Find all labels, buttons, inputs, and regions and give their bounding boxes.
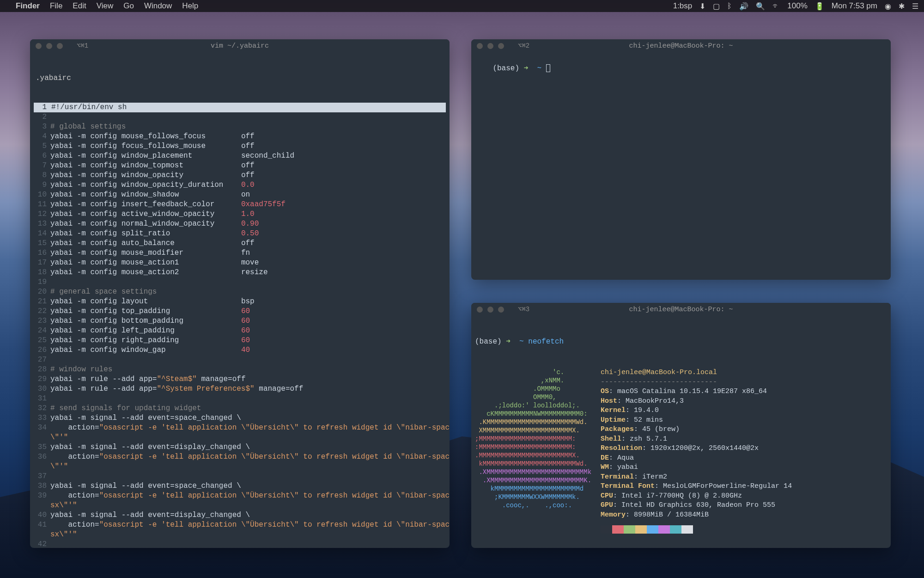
code-line: 5yabai -m config focus_follows_mouse off: [34, 141, 446, 151]
code-line: 4yabai -m config mouse_follows_focus off: [34, 132, 446, 141]
code-line: 6yabai -m config window_placement second…: [34, 151, 446, 161]
code-line: 17yabai -m config mouse_action1 move: [34, 258, 446, 268]
code-line: 27: [34, 355, 446, 365]
cursor-icon: [546, 64, 550, 72]
code-line: 35yabai -m signal --add event=display_ch…: [34, 443, 446, 452]
terminal-window-2[interactable]: ⌥⌘2 chi-jenlee@MacBook-Pro: ~ (base) ➜ ~: [471, 39, 891, 280]
shell-prompt: (base) ➜ ~: [475, 338, 528, 346]
code-line: \"'": [34, 462, 446, 472]
code-line: 21yabai -m config layout bsp: [34, 297, 446, 307]
code-line: 42: [34, 540, 446, 548]
code-line: 26yabai -m config window_gap 40: [34, 345, 446, 355]
minimize-icon[interactable]: [487, 307, 493, 313]
shell-prompt: (base) ➜ ~: [492, 64, 546, 73]
code-line: 8yabai -m config window_opacity off: [34, 171, 446, 180]
spotlight-icon[interactable]: 🔍: [756, 2, 765, 11]
terminal-window-3[interactable]: ⌥⌘3 chi-jenlee@MacBook-Pro: ~ (base) ➜ ~…: [471, 303, 891, 548]
code-line: 15yabai -m config auto_balance off: [34, 239, 446, 248]
window-title: chi-jenlee@MacBook-Pro: ~: [629, 305, 733, 314]
minimize-icon[interactable]: [46, 43, 52, 49]
code-line: 31: [34, 394, 446, 404]
code-line: sx\"'": [34, 530, 446, 540]
vim-buffer-name: .yabairc: [34, 74, 446, 83]
terminal-header[interactable]: ⌥⌘1 vim ~/.yabairc: [30, 39, 450, 52]
code-line: 41 action="osascript -e 'tell applicatio…: [34, 520, 446, 530]
code-line: 19: [34, 277, 446, 287]
code-line: 13yabai -m config normal_window_opacity …: [34, 219, 446, 229]
code-line: 1#!/usr/bin/env sh: [34, 103, 446, 112]
menu-view[interactable]: View: [97, 1, 114, 11]
neofetch-ascii-logo: 'c. ,xNMM. .OMMMMo OMMM0, .;loddo:' lool…: [475, 368, 591, 537]
close-icon[interactable]: [36, 43, 42, 49]
code-line: 10yabai -m config window_shadow on: [34, 190, 446, 200]
battery-percent[interactable]: 100%: [787, 1, 807, 11]
code-line: 29yabai -m rule --add app="^Steam$" mana…: [34, 375, 446, 384]
zoom-icon[interactable]: [57, 43, 63, 49]
terminal-window-1[interactable]: ⌥⌘1 vim ~/.yabairc .yabairc 1#!/usr/bin/…: [30, 39, 450, 548]
terminal-header[interactable]: ⌥⌘3 chi-jenlee@MacBook-Pro: ~: [471, 303, 891, 316]
code-line: 24yabai -m config left_padding 60: [34, 326, 446, 336]
minimize-icon[interactable]: [487, 43, 493, 49]
menubar-app-name[interactable]: Finder: [16, 1, 40, 11]
code-line: 18yabai -m config mouse_action2 resize: [34, 268, 446, 277]
battery-icon[interactable]: 🔋: [815, 2, 824, 11]
dropbox-icon[interactable]: ⬇: [699, 2, 705, 11]
code-line: 9yabai -m config window_opacity_duration…: [34, 180, 446, 190]
window-title: vim ~/.yabairc: [211, 41, 269, 51]
zoom-icon[interactable]: [498, 307, 504, 313]
menu-help[interactable]: Help: [182, 1, 198, 11]
notification-center-icon[interactable]: ☰: [912, 2, 918, 11]
code-line: 16yabai -m config mouse_modifier fn: [34, 248, 446, 258]
close-icon[interactable]: [477, 307, 483, 313]
tab-shortcut: ⌥⌘3: [518, 305, 529, 314]
terminal-content[interactable]: .yabairc 1#!/usr/bin/env sh23# global se…: [30, 52, 450, 548]
menu-file[interactable]: File: [50, 1, 62, 11]
code-line: \"'": [34, 433, 446, 443]
menu-window[interactable]: Window: [144, 1, 172, 11]
command-text: neofetch: [528, 338, 564, 346]
tab-shortcut: ⌥⌘1: [77, 41, 88, 51]
neofetch-output: 'c. ,xNMM. .OMMMMo OMMM0, .;loddo:' lool…: [475, 368, 887, 537]
code-line: sx\"'": [34, 501, 446, 510]
wifi-icon[interactable]: ᯤ: [772, 2, 780, 10]
code-line: 39 action="osascript -e 'tell applicatio…: [34, 491, 446, 501]
close-icon[interactable]: [477, 43, 483, 49]
terminal-content[interactable]: (base) ➜ ~: [471, 52, 891, 85]
code-line: 22yabai -m config top_padding 60: [34, 307, 446, 316]
code-line: 32# send signals for updating widget: [34, 404, 446, 413]
code-line: 14yabai -m config split_ratio 0.50: [34, 229, 446, 239]
code-line: 40yabai -m signal --add event=display_ch…: [34, 510, 446, 520]
rectangle-icon[interactable]: ▢: [713, 2, 720, 11]
code-line: 7yabai -m config window_topmost off: [34, 161, 446, 171]
code-line: 3# global settings: [34, 122, 446, 132]
status-bsp[interactable]: 1:bsp: [673, 1, 693, 11]
code-line: 36 action="osascript -e 'tell applicatio…: [34, 452, 446, 462]
volume-icon[interactable]: 🔊: [739, 2, 748, 11]
tab-shortcut: ⌥⌘2: [518, 41, 529, 51]
menubar-clock[interactable]: Mon 7:53 pm: [832, 1, 877, 11]
neofetch-info: chi-jenlee@MacBook-Pro.local------------…: [601, 368, 792, 537]
code-line: 2: [34, 112, 446, 122]
window-title: chi-jenlee@MacBook-Pro: ~: [629, 41, 733, 51]
code-line: 28# window rules: [34, 365, 446, 375]
menu-edit[interactable]: Edit: [73, 1, 86, 11]
terminal-header[interactable]: ⌥⌘2 chi-jenlee@MacBook-Pro: ~: [471, 39, 891, 52]
code-line: 34 action="osascript -e 'tell applicatio…: [34, 423, 446, 433]
terminal-content[interactable]: (base) ➜ ~ neofetch 'c. ,xNMM. .OMMMMo O…: [471, 316, 891, 548]
code-line: 38yabai -m signal --add event=space_chan…: [34, 481, 446, 491]
code-line: 37: [34, 472, 446, 481]
siri-icon[interactable]: ◉: [885, 2, 891, 11]
bluetooth-icon[interactable]: ᛒ: [727, 2, 732, 10]
code-line: 30yabai -m rule --add app="^System Prefe…: [34, 384, 446, 394]
zoom-icon[interactable]: [498, 43, 504, 49]
code-line: 12yabai -m config active_window_opacity …: [34, 209, 446, 219]
menu-go[interactable]: Go: [123, 1, 134, 11]
fastscripts-icon[interactable]: ✱: [899, 2, 905, 11]
code-line: 33yabai -m signal --add event=space_chan…: [34, 413, 446, 423]
code-line: 23yabai -m config bottom_padding 60: [34, 316, 446, 326]
menubar: Finder File Edit View Go Window Help 1:b…: [0, 0, 924, 12]
code-line: 20# general space settings: [34, 287, 446, 297]
code-line: 25yabai -m config right_padding 60: [34, 336, 446, 345]
code-line: 11yabai -m config insert_feedback_color …: [34, 200, 446, 209]
